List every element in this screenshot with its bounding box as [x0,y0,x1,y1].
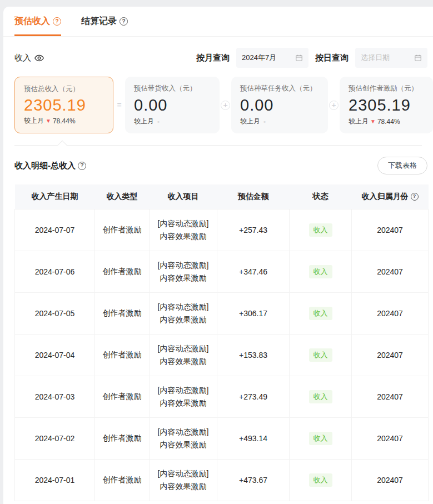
cell-month: 202407 [352,209,429,251]
card-total-income[interactable]: 预估总收入（元） 2305.19 较上月 ▼ 78.44% [14,77,113,133]
cell-amount: +306.17 [217,292,290,334]
help-icon[interactable] [120,17,128,26]
cell-month: 202407 [352,376,429,417]
cell-month: 202407 [352,459,429,501]
cell-month: 202407 [352,417,429,459]
cell-date: 2024-07-01 [15,459,95,501]
cell-amount: +153.83 [217,334,290,376]
project-line1: [内容动态激励] [150,342,217,355]
help-icon[interactable] [53,17,61,26]
card-compare: 较上月 ▼ 78.44% [24,116,104,126]
cell-date: 2024-07-06 [15,251,95,292]
cell-status: 收入 [290,251,352,292]
tab-settlement-records[interactable]: 结算记录 [81,16,128,36]
cell-status: 收入 [290,209,352,251]
project-line2: 内容效果激励 [150,480,217,492]
cell-type: 创作者激励 [95,334,150,376]
project-line2: 内容效果激励 [150,397,217,409]
status-badge: 收入 [309,432,332,445]
cell-type: 创作者激励 [95,376,150,417]
cell-type: 创作者激励 [95,251,150,292]
tab-label: 结算记录 [81,16,117,27]
cell-status: 收入 [290,334,352,376]
down-arrow-icon: ▼ [46,118,51,124]
card-value: 2305.19 [349,97,424,113]
plus-operator: + [220,77,231,133]
cell-project: [内容动态激励] 内容效果激励 [150,417,217,459]
header-project: 收入项目 [150,184,217,209]
card-title: 预估创作者激励（元） [349,84,424,93]
card-creator-incentive[interactable]: 预估创作者激励（元） 2305.19 较上月 ▼ 78.44% [340,77,433,133]
cell-project: [内容动态激励] 内容效果激励 [150,459,217,501]
tab-bar: 预估收入 结算记录 [3,7,433,37]
cell-type: 创作者激励 [95,417,150,459]
status-badge: 收入 [309,390,332,403]
card-title: 预估带货收入（元） [134,84,211,93]
table-row: 2024-07-04 创作者激励 [内容动态激励] 内容效果激励 +153.83… [15,334,429,376]
project-line1: [内容动态激励] [150,426,217,438]
status-badge: 收入 [309,348,332,362]
header-month: 收入归属月份 [352,184,429,209]
card-compare: 较上月 - [240,117,319,126]
help-icon[interactable] [411,193,419,201]
cell-status: 收入 [290,459,352,501]
down-arrow-icon: ▼ [370,118,376,124]
cell-project: [内容动态激励] 内容效果激励 [150,209,217,251]
income-panel: 预估收入 结算记录 收入 按月查询 2024年7月 [3,7,433,504]
calendar-icon [295,54,303,62]
card-sales-income[interactable]: 预估带货收入（元） 0.00 较上月 - [125,77,220,133]
table-row: 2024-07-07 创作者激励 [内容动态激励] 内容效果激励 +257.43… [15,209,429,251]
cell-status: 收入 [290,292,352,334]
day-picker[interactable]: 选择日期 [355,48,427,68]
status-badge: 收入 [309,473,332,487]
card-title: 预估总收入（元） [24,84,104,94]
cell-date: 2024-07-05 [15,292,95,334]
page: 预估收入 结算记录 收入 按月查询 2024年7月 [0,0,433,504]
summary-cards: 预估总收入（元） 2305.19 较上月 ▼ 78.44% = 预估带货收入（元… [14,77,433,133]
table-row: 2024-07-01 创作者激励 [内容动态激励] 内容效果激励 +473.67… [15,459,429,501]
cell-project: [内容动态激励] 内容效果激励 [150,376,217,417]
project-line1: [内容动态激励] [150,301,217,313]
income-text: 收入 [14,53,31,63]
project-line2: 内容效果激励 [150,355,217,367]
cell-date: 2024-07-04 [15,334,95,376]
project-line1: [内容动态激励] [150,467,217,480]
card-seeding-task-income[interactable]: 预估种草任务收入（元） 0.00 较上月 - [231,77,328,133]
date-filters: 按月查询 2024年7月 按日查询 选择日期 [196,48,427,68]
cell-date: 2024-07-03 [15,376,95,417]
eye-icon[interactable] [34,53,44,63]
cell-type: 创作者激励 [95,209,150,251]
month-query-label: 按月查询 [196,53,230,63]
header-date: 收入产生日期 [15,184,95,209]
table-row: 2024-07-06 创作者激励 [内容动态激励] 内容效果激励 +347.46… [15,251,429,292]
tab-label: 预估收入 [14,16,50,27]
income-table-wrap: 收入产生日期 收入类型 收入项目 预估金额 状态 收入归属月份 [14,184,428,501]
status-badge: 收入 [309,307,332,320]
tab-estimated-income[interactable]: 预估收入 [14,16,61,36]
detail-section-title: 收入明细-总收入 [14,161,86,171]
status-badge: 收入 [309,223,332,237]
project-line1: [内容动态激励] [150,259,217,271]
help-icon[interactable] [78,162,86,170]
card-title: 预估种草任务收入（元） [240,84,319,93]
cell-month: 202407 [352,251,429,292]
cell-amount: +473.67 [217,459,290,501]
section-divider [14,145,422,146]
month-picker[interactable]: 2024年7月 [236,48,308,68]
card-value: 0.00 [134,97,211,113]
table-row: 2024-07-05 创作者激励 [内容动态激励] 内容效果激励 +306.17… [15,292,429,334]
status-badge: 收入 [309,265,332,278]
cell-month: 202407 [352,292,429,334]
cell-type: 创作者激励 [95,459,150,501]
calendar-icon [414,54,422,62]
table-header-row: 收入产生日期 收入类型 收入项目 预估金额 状态 收入归属月份 [15,184,429,209]
cell-amount: +257.43 [217,209,290,251]
project-line2: 内容效果激励 [150,272,217,284]
download-table-button[interactable]: 下载表格 [377,157,427,174]
header-amount: 预估金额 [217,184,290,209]
day-query-label: 按日查询 [315,53,349,63]
cell-type: 创作者激励 [95,292,150,334]
cell-project: [内容动态激励] 内容效果激励 [150,334,217,376]
card-compare: 较上月 - [134,117,211,126]
cell-amount: +347.46 [217,251,290,292]
